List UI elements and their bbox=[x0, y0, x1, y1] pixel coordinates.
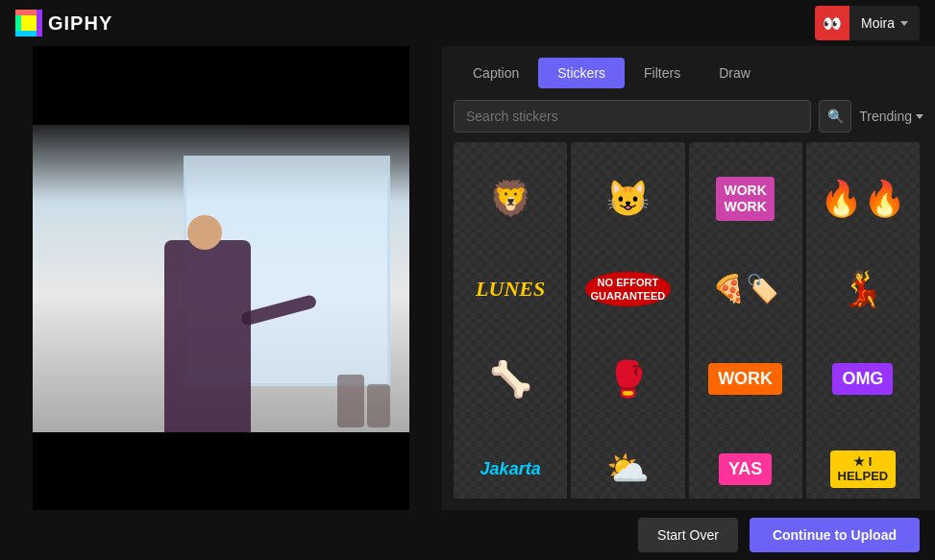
tab-stickers[interactable]: Stickers bbox=[538, 58, 625, 88]
giphy-logo-icon bbox=[15, 10, 42, 37]
logo: GIPHY bbox=[15, 10, 112, 37]
continue-upload-button[interactable]: Continue to Upload bbox=[750, 518, 920, 552]
preview-panel bbox=[0, 46, 442, 510]
logo-text: GIPHY bbox=[48, 12, 112, 35]
search-icon: 🔍 bbox=[827, 109, 844, 124]
svg-rect-4 bbox=[21, 15, 37, 31]
tabs-bar: Caption Stickers Filters Draw bbox=[454, 58, 923, 88]
sticker-item[interactable]: ★ IHELPED bbox=[806, 412, 920, 499]
search-button[interactable]: 🔍 bbox=[819, 100, 851, 133]
sticker-item[interactable]: ⛅ bbox=[571, 412, 684, 499]
user-name-label: Moira bbox=[861, 15, 895, 31]
tab-caption[interactable]: Caption bbox=[454, 58, 538, 88]
preview-container bbox=[33, 46, 409, 510]
main-content: Caption Stickers Filters Draw 🔍 Trending… bbox=[0, 46, 935, 510]
chevron-down-icon bbox=[916, 114, 923, 119]
header: GIPHY 👀 Moira bbox=[0, 0, 935, 46]
right-panel: Caption Stickers Filters Draw 🔍 Trending… bbox=[442, 46, 935, 510]
sticker-item[interactable]: Jakarta bbox=[454, 412, 567, 499]
svg-rect-3 bbox=[15, 31, 37, 37]
trending-dropdown-button[interactable]: Trending bbox=[859, 109, 923, 124]
sticker-grid: 🦁 😺 WORKWORK 🔥🔥 LUNES NO EFFORTGUARANTEE… bbox=[454, 142, 923, 499]
chevron-down-icon bbox=[900, 21, 908, 26]
footer: Start Over Continue to Upload bbox=[0, 510, 935, 560]
tab-filters[interactable]: Filters bbox=[625, 58, 700, 88]
start-over-button[interactable]: Start Over bbox=[638, 518, 738, 552]
svg-rect-2 bbox=[37, 10, 42, 37]
tab-draw[interactable]: Draw bbox=[700, 58, 770, 88]
user-area: 👀 Moira bbox=[815, 6, 920, 40]
user-menu-button[interactable]: Moira bbox=[849, 6, 920, 40]
trending-label: Trending bbox=[859, 109, 912, 124]
avatar: 👀 bbox=[815, 6, 849, 40]
search-bar: 🔍 Trending bbox=[454, 100, 923, 133]
search-input[interactable] bbox=[454, 100, 811, 133]
sticker-grid-wrapper: 🦁 😺 WORKWORK 🔥🔥 LUNES NO EFFORTGUARANTEE… bbox=[454, 142, 923, 499]
sticker-item[interactable]: YAS bbox=[689, 412, 802, 499]
